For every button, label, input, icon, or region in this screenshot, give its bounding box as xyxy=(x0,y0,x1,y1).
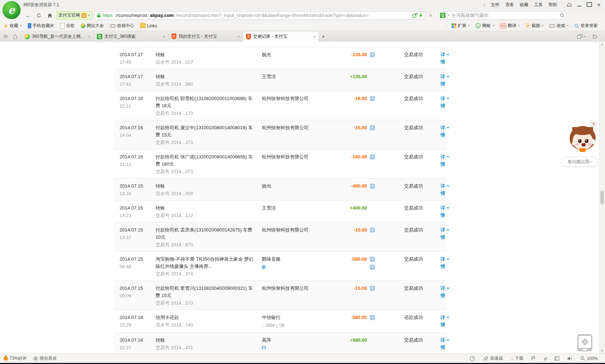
mobile-app-widget[interactable]: 支 xyxy=(577,334,592,351)
scroll-down-arrow-icon[interactable]: ▼ xyxy=(601,349,604,352)
tab-360-nav[interactable]: 360导航_新一代安全上网导航 × xyxy=(22,31,94,42)
reopen-closed-tab-icon[interactable] xyxy=(592,34,597,39)
search-engine-icon[interactable]: Q xyxy=(440,13,445,18)
vertical-scrollbar[interactable]: ▲ ▼ xyxy=(599,42,605,354)
bookmark-game-center[interactable]: 游戏中心 xyxy=(110,23,134,29)
search-engine-caret-icon[interactable] xyxy=(447,15,449,17)
screenshot-button[interactable]: 截图 xyxy=(525,23,544,29)
detail-link[interactable]: 详情 xyxy=(440,205,445,219)
amount-dropdown-icon[interactable]: ▾ xyxy=(370,125,375,130)
tab-my-alipay[interactable]: 支 我的支付宝 - 支付宝 × xyxy=(169,31,243,42)
amount-dropdown-icon[interactable]: ▾ xyxy=(370,315,375,320)
bookmark-phone-favorites[interactable]: 手机收藏夹 xyxy=(28,23,54,29)
assistant-avatar[interactable] xyxy=(569,126,596,152)
detail-link[interactable]: 详情 xyxy=(440,337,445,351)
detail-caret-icon[interactable] xyxy=(447,76,449,79)
bookmark-links-folder[interactable]: Links xyxy=(140,23,157,28)
amount-dropdown-icon[interactable]: ▾ xyxy=(370,286,375,291)
tab-close-icon[interactable]: × xyxy=(313,34,316,39)
tab-transaction-records[interactable]: 支 交易记录 - 支付宝 × xyxy=(243,31,319,42)
detail-caret-icon[interactable] xyxy=(447,156,449,159)
tile-windows-icon[interactable] xyxy=(577,34,586,39)
bookmark-site-directory[interactable]: 网址大全 xyxy=(81,23,104,29)
maximize-button[interactable] xyxy=(587,2,592,8)
address-dropdown-caret[interactable]: ∨ xyxy=(427,13,434,18)
scrollbar-thumb[interactable] xyxy=(600,191,604,205)
detail-link[interactable]: 详情 xyxy=(440,95,445,109)
tab-close-icon[interactable]: × xyxy=(162,34,165,39)
detail-link[interactable]: 详情 xyxy=(440,153,445,168)
tab-close-icon[interactable]: × xyxy=(237,34,240,39)
wangwang-chat-icon[interactable] xyxy=(262,265,266,269)
skin-hat-icon[interactable] xyxy=(566,3,572,7)
detail-link[interactable]: 详情 xyxy=(440,226,445,241)
detail-caret-icon[interactable] xyxy=(447,127,449,130)
detail-caret-icon[interactable] xyxy=(447,54,449,57)
menu-view[interactable]: 查看 xyxy=(505,2,514,8)
refresh-button[interactable] xyxy=(35,13,43,18)
detail-caret-icon[interactable] xyxy=(447,317,449,320)
amount-dropdown-icon[interactable]: ▾ xyxy=(370,257,375,262)
search-go-icon[interactable] xyxy=(560,13,565,18)
site-verification-badge[interactable]: 支付宝官网 证 xyxy=(56,11,92,20)
download-button[interactable]: ↓ 下载 xyxy=(511,355,523,361)
share-page-icon[interactable] xyxy=(412,13,417,18)
flag-icon[interactable] xyxy=(531,356,535,361)
amount-dropdown-icon[interactable]: ▾ xyxy=(370,265,375,270)
back-button[interactable]: ← xyxy=(24,12,32,19)
close-button[interactable]: × xyxy=(597,3,601,8)
browser-logo-icon[interactable]: e xyxy=(3,1,21,19)
detail-caret-icon[interactable] xyxy=(447,98,449,101)
minimize-button[interactable] xyxy=(577,3,582,8)
online-banking-button[interactable]: ¥ 网银 xyxy=(475,23,494,29)
tab-close-icon[interactable]: × xyxy=(88,34,91,39)
detail-link[interactable]: 详情 xyxy=(440,124,445,139)
amount-dropdown-icon[interactable]: ▾ xyxy=(370,184,375,189)
speaker-icon[interactable] xyxy=(567,356,573,361)
address-bar[interactable]: https://consumeprod.alipay.com/record/st… xyxy=(94,11,425,20)
cloud-droplet-icon[interactable] xyxy=(13,34,17,39)
assistant-bubble[interactable]: 有问题点我~ xyxy=(562,157,598,167)
search-box[interactable]: Q 台湾高雄燃气爆炸 xyxy=(438,11,566,20)
member-profile-icon[interactable] xyxy=(262,346,266,350)
scroll-up-arrow-icon[interactable]: ▲ xyxy=(601,43,604,46)
favorites-menu[interactable]: ★ 收藏 xyxy=(4,23,22,29)
detail-caret-icon[interactable] xyxy=(447,259,449,261)
amount-dropdown-icon[interactable]: ▾ xyxy=(370,154,375,159)
detail-caret-icon[interactable] xyxy=(447,340,449,342)
sidebar-toggle-icon[interactable] xyxy=(4,34,9,39)
accelerator-button[interactable]: 加速器 xyxy=(483,355,503,361)
ie-compat-icon[interactable]: e xyxy=(543,355,547,362)
menu-file[interactable]: 文件 xyxy=(491,2,499,8)
amount-dropdown-icon[interactable]: ▾ xyxy=(370,96,375,101)
new-tab-button[interactable]: + xyxy=(319,33,328,40)
amount-dropdown-icon[interactable]: ▾ xyxy=(370,52,375,57)
guess-you-like-item[interactable]: 猜你喜欢 xyxy=(33,355,57,361)
home-button[interactable] xyxy=(45,13,54,18)
detail-link[interactable]: 详情 xyxy=(440,73,445,87)
detail-caret-icon[interactable] xyxy=(447,185,449,188)
zoom-control[interactable]: 100% xyxy=(581,356,598,361)
detail-link[interactable]: 详情 xyxy=(440,51,445,66)
games-button[interactable]: 游戏 xyxy=(549,23,569,29)
bookmark-google[interactable]: 谷歌 xyxy=(60,23,75,29)
translate-button[interactable]: Aa 翻译 xyxy=(500,23,520,29)
menu-help[interactable]: 帮助 xyxy=(548,2,557,8)
detail-link[interactable]: 详情 xyxy=(440,256,445,270)
detail-caret-icon[interactable] xyxy=(447,288,449,291)
menu-favorites[interactable]: 收藏 xyxy=(520,2,528,8)
menu-tools[interactable]: 工具 xyxy=(534,2,543,8)
login-manager-button[interactable]: 登录管家 xyxy=(574,23,598,29)
window-mode-icon[interactable] xyxy=(555,356,559,360)
detail-link[interactable]: 详情 xyxy=(440,183,445,197)
detail-link[interactable]: 详情 xyxy=(440,314,445,328)
speed-mode-bolt-icon[interactable] xyxy=(419,13,423,18)
search-input[interactable]: 台湾高雄燃气爆炸 xyxy=(451,12,558,19)
detail-caret-icon[interactable] xyxy=(447,229,449,232)
performance-meter-icon[interactable] xyxy=(470,356,475,361)
detail-link[interactable]: 详情 xyxy=(440,285,445,299)
extensions-button[interactable]: 扩展 xyxy=(452,23,470,29)
menu-overflow-chevron-icon[interactable]: › xyxy=(483,2,485,8)
tab-alipay-search[interactable]: Q 支付宝_360搜索 × xyxy=(94,31,168,42)
rating-item[interactable]: 73%好评 xyxy=(4,355,27,361)
